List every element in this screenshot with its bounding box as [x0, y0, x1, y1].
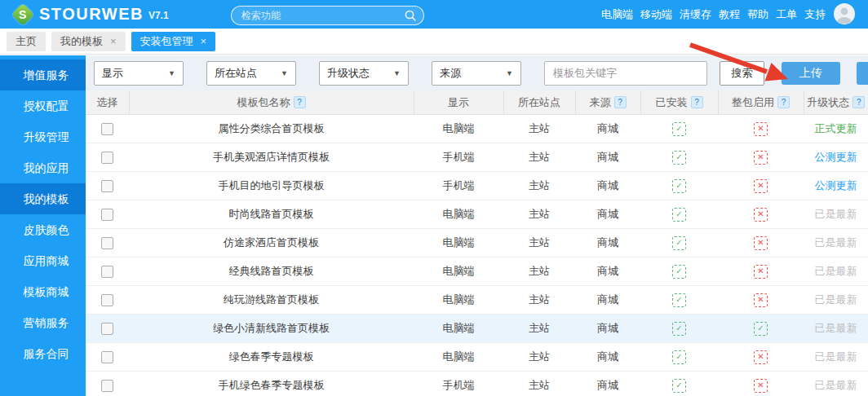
help-icon[interactable]: ? [691, 96, 703, 108]
sidebar-item[interactable]: 我的应用 [0, 152, 86, 183]
header-menu-item[interactable]: 支持 [804, 7, 826, 22]
close-icon[interactable]: × [110, 36, 117, 46]
whole-enable-cross-icon[interactable]: ✕ [754, 265, 768, 279]
header-menu-item[interactable]: 工单 [776, 7, 797, 22]
avatar[interactable] [834, 3, 855, 24]
sidebar-item[interactable]: 营销服务 [0, 307, 86, 338]
help-icon[interactable]: ? [777, 96, 790, 108]
status-cell: 已是最新 [804, 200, 868, 229]
select-cell [86, 257, 129, 286]
whole-enable-cross-icon[interactable]: ✕ [754, 379, 768, 393]
logo[interactable]: S STOURWEB V7.1 [15, 5, 169, 24]
sidebar-item[interactable]: 应用商城 [0, 245, 86, 276]
whole-enable-cell: ✕ [718, 286, 804, 315]
select-cell [86, 200, 129, 229]
whole-enable-cell: ✕ [718, 343, 804, 372]
sidebar-item[interactable]: 升级管理 [0, 121, 86, 152]
filter-select[interactable]: 显示▼ [94, 61, 184, 86]
header-menu-item[interactable]: 清缓存 [680, 7, 711, 22]
help-icon[interactable]: ? [294, 96, 306, 108]
keyword-input[interactable] [544, 61, 707, 86]
header-menu-item[interactable]: 教程 [719, 7, 740, 22]
upgrade-status: 已是最新 [815, 208, 857, 220]
upgrade-status: 已是最新 [815, 265, 857, 277]
select-cell [86, 315, 129, 343]
whole-enable-cross-icon[interactable]: ✕ [754, 293, 768, 307]
installed-check-icon: ✓ [672, 293, 686, 307]
chevron-down-icon: ▼ [281, 69, 288, 77]
tab[interactable]: 我的模板× [51, 32, 126, 51]
whole-enable-cross-icon[interactable]: ✕ [754, 151, 768, 165]
sidebar-item[interactable]: 授权配置 [0, 90, 86, 121]
package-button[interactable]: 打包 [857, 62, 868, 85]
row-checkbox[interactable] [101, 209, 113, 221]
whole-enable-cell: ✓ [718, 315, 804, 343]
installed-cell: ✓ [640, 143, 718, 172]
column-header-label: 选择 [96, 96, 117, 108]
site-cell: 主站 [503, 372, 575, 396]
whole-enable-cell: ✕ [718, 372, 804, 396]
header-menu-item[interactable]: 帮助 [747, 7, 768, 22]
search-button[interactable]: 搜索 [720, 61, 764, 86]
name-cell: 手机目的地引导页模板 [129, 172, 414, 200]
tab[interactable]: 安装包管理× [131, 32, 216, 51]
sidebar-item[interactable]: 模板商城 [0, 276, 86, 307]
whole-enable-cross-icon[interactable]: ✕ [754, 208, 768, 222]
filter-select[interactable]: 来源▼ [432, 61, 521, 86]
row-checkbox[interactable] [101, 152, 113, 164]
whole-enable-cross-icon[interactable]: ✕ [754, 122, 768, 136]
row-checkbox[interactable] [101, 266, 113, 278]
row-checkbox[interactable] [101, 237, 113, 249]
tab[interactable]: 主页 [7, 32, 46, 51]
installed-check-icon: ✓ [672, 151, 686, 165]
sidebar-item[interactable]: 皮肤颜色 [0, 214, 86, 245]
upgrade-status[interactable]: 公测更新 [815, 151, 857, 163]
toolbar: 显示▼所在站点▼升级状态▼来源▼ 搜索 上传 打包 [86, 55, 868, 90]
search-icon[interactable] [404, 9, 417, 22]
row-checkbox[interactable] [101, 180, 113, 192]
installed-cell: ✓ [640, 257, 718, 286]
whole-enable-cross-icon[interactable]: ✕ [754, 350, 768, 364]
filter-select-value: 所在站点 [215, 66, 257, 81]
sidebar-item[interactable]: 服务合同 [0, 338, 86, 369]
installed-check-icon: ✓ [672, 350, 686, 364]
table-row: 时尚线路首页模板电脑端主站商城✓✕已是最新 [86, 200, 868, 229]
column-header: 整包启用? [718, 90, 804, 115]
whole-enable-cell: ✕ [718, 143, 804, 172]
display-cell: 电脑端 [414, 200, 503, 229]
row-checkbox[interactable] [101, 323, 113, 335]
row-checkbox[interactable] [101, 351, 113, 363]
close-icon[interactable]: × [201, 36, 207, 46]
whole-enable-cell: ✕ [718, 172, 804, 200]
installed-cell: ✓ [640, 229, 718, 257]
header-search-input[interactable] [232, 10, 404, 21]
row-checkbox[interactable] [101, 123, 113, 135]
installed-check-icon: ✓ [672, 122, 686, 136]
row-checkbox[interactable] [101, 294, 113, 306]
row-checkbox[interactable] [101, 380, 113, 392]
help-icon[interactable]: ? [614, 96, 627, 108]
sidebar-item[interactable]: 我的模板 [0, 183, 86, 214]
upload-button[interactable]: 上传 [782, 62, 840, 85]
installed-cell: ✓ [640, 315, 718, 343]
sidebar-item[interactable]: 增值服务 [0, 59, 86, 90]
name-cell: 绿色春季专题模板 [129, 343, 414, 372]
site-cell: 主站 [503, 257, 575, 286]
upgrade-status[interactable]: 公测更新 [815, 179, 857, 191]
whole-enable-cross-icon[interactable]: ✕ [754, 179, 768, 193]
source-cell: 商城 [575, 229, 640, 257]
upgrade-status: 已是最新 [815, 379, 857, 391]
filter-select[interactable]: 所在站点▼ [206, 61, 296, 86]
table-row: 属性分类综合首页模板电脑端主站商城✓✕正式更新 [86, 115, 868, 143]
whole-enable-check-icon[interactable]: ✓ [754, 322, 768, 336]
header-menu-item[interactable]: 电脑端 [601, 7, 633, 22]
whole-enable-cross-icon[interactable]: ✕ [754, 236, 768, 250]
installed-cell: ✓ [640, 200, 718, 229]
header-menu-item[interactable]: 移动端 [640, 7, 672, 22]
help-icon[interactable]: ? [852, 96, 865, 108]
site-cell: 主站 [503, 286, 575, 315]
logo-icon: S [11, 2, 34, 25]
source-cell: 商城 [575, 143, 640, 172]
upgrade-status[interactable]: 正式更新 [815, 122, 857, 134]
filter-select[interactable]: 升级状态▼ [319, 61, 409, 86]
